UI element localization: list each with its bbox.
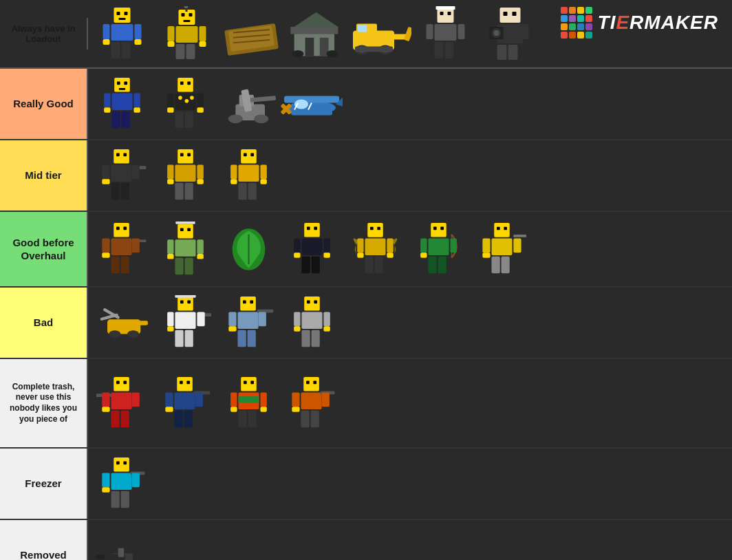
svg-rect-251 <box>165 407 173 412</box>
svg-rect-14 <box>183 20 190 22</box>
tier-label-mid: Mid tier <box>0 140 88 211</box>
svg-rect-230 <box>294 312 300 326</box>
svg-rect-285 <box>111 491 119 508</box>
svg-rect-256 <box>241 377 257 391</box>
svg-rect-137 <box>123 227 127 230</box>
svg-rect-23 <box>186 44 195 59</box>
svg-rect-197 <box>501 257 509 273</box>
svg-rect-151 <box>167 254 173 259</box>
tier-label-freezer: Freezer <box>0 449 88 519</box>
tier-row-bad: Bad <box>0 288 732 359</box>
list-item <box>349 3 411 65</box>
tier-row-complete: Complete trash, never use this nobody li… <box>0 359 732 449</box>
logo-cell <box>561 23 568 30</box>
svg-rect-69 <box>118 88 125 90</box>
logo-cell <box>577 15 584 22</box>
svg-rect-107 <box>123 153 127 157</box>
svg-rect-168 <box>367 223 383 237</box>
tier-items-freezer <box>88 449 732 519</box>
list-item <box>220 3 282 65</box>
svg-rect-270 <box>301 392 321 409</box>
svg-rect-5 <box>103 24 109 39</box>
logo-cell <box>585 15 592 22</box>
svg-rect-233 <box>323 326 330 332</box>
svg-rect-215 <box>184 330 193 347</box>
svg-rect-53 <box>444 42 453 58</box>
svg-rect-263 <box>260 392 266 407</box>
svg-rect-11 <box>178 10 195 25</box>
svg-rect-274 <box>321 392 329 407</box>
svg-rect-64 <box>497 45 506 60</box>
svg-rect-160 <box>314 227 317 230</box>
svg-rect-52 <box>434 42 443 58</box>
svg-rect-155 <box>184 258 193 274</box>
svg-rect-218 <box>250 301 253 304</box>
list-item <box>91 73 153 135</box>
svg-rect-220 <box>228 312 236 326</box>
list-item <box>281 218 343 280</box>
svg-point-94 <box>254 114 268 123</box>
logo-cell <box>585 7 592 14</box>
svg-point-202 <box>109 330 120 338</box>
svg-rect-166 <box>301 257 310 273</box>
svg-rect-282 <box>102 487 109 493</box>
logo-cell <box>585 32 592 39</box>
tier-row-freezer: Freezer <box>0 449 732 520</box>
svg-rect-216 <box>240 297 256 311</box>
list-item <box>91 453 153 515</box>
svg-rect-269 <box>313 381 316 385</box>
list-item <box>217 144 279 206</box>
svg-rect-9 <box>111 42 120 58</box>
svg-rect-183 <box>420 252 427 258</box>
svg-rect-78 <box>180 82 183 85</box>
svg-rect-129 <box>230 164 237 179</box>
list-item <box>217 372 279 434</box>
svg-rect-244 <box>111 411 119 427</box>
svg-point-34 <box>292 50 303 57</box>
svg-rect-131 <box>260 164 266 179</box>
svg-rect-232 <box>323 312 330 326</box>
list-item <box>285 3 347 65</box>
list-item <box>414 3 476 65</box>
svg-rect-262 <box>230 407 237 412</box>
svg-rect-261 <box>230 392 237 407</box>
svg-rect-249 <box>174 392 195 409</box>
svg-rect-4 <box>111 24 133 41</box>
logo-cell <box>569 7 576 14</box>
svg-rect-134 <box>248 183 256 200</box>
svg-rect-86 <box>197 93 203 107</box>
svg-rect-265 <box>238 411 246 427</box>
svg-rect-240 <box>111 392 131 409</box>
svg-rect-114 <box>120 183 129 200</box>
svg-rect-120 <box>167 179 173 184</box>
svg-rect-204 <box>177 297 193 311</box>
svg-rect-194 <box>513 235 526 237</box>
svg-rect-190 <box>504 227 507 230</box>
svg-rect-87 <box>197 107 203 113</box>
svg-rect-152 <box>197 239 203 254</box>
svg-rect-264 <box>260 407 266 412</box>
svg-rect-55 <box>438 6 452 8</box>
svg-rect-143 <box>111 257 119 273</box>
svg-rect-278 <box>116 462 120 465</box>
svg-rect-85 <box>167 107 173 113</box>
tier-label-complete: Complete trash, never use this nobody li… <box>0 359 88 447</box>
svg-rect-119 <box>167 164 173 179</box>
header-label: Always have in Loadout <box>0 18 88 50</box>
svg-rect-187 <box>438 257 446 273</box>
svg-rect-211 <box>167 326 173 332</box>
list-item <box>344 218 406 280</box>
tier-items-complete <box>88 359 732 447</box>
svg-rect-186 <box>428 257 436 273</box>
svg-rect-268 <box>306 381 310 385</box>
svg-rect-57 <box>503 12 507 16</box>
list-item <box>407 218 469 280</box>
svg-rect-17 <box>175 26 197 43</box>
svg-rect-225 <box>247 330 255 347</box>
svg-point-35 <box>326 50 338 57</box>
svg-rect-167 <box>311 257 319 273</box>
svg-rect-48 <box>447 12 451 15</box>
svg-rect-163 <box>294 252 300 258</box>
list-item <box>471 218 532 280</box>
svg-rect-67 <box>116 82 120 85</box>
